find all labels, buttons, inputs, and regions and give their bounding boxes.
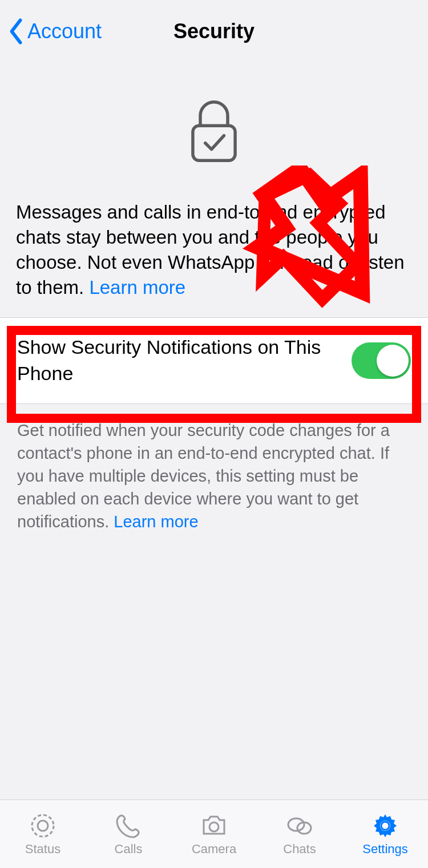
tab-chats[interactable]: Chats: [257, 800, 342, 868]
svg-point-4: [209, 822, 219, 831]
tab-bar: Status Calls Camera Chats Settings: [0, 800, 428, 868]
svg-point-2: [38, 821, 48, 831]
lock-checkmark-icon: [183, 97, 245, 165]
camera-icon: [199, 812, 229, 839]
security-description: Messages and calls in end-to-end encrypt…: [0, 188, 428, 317]
chats-icon: [284, 812, 315, 839]
show-security-notifications-toggle[interactable]: [352, 342, 411, 379]
tab-camera[interactable]: Camera: [171, 800, 257, 868]
tab-label: Settings: [362, 842, 408, 857]
tab-status[interactable]: Status: [0, 800, 86, 868]
toggle-knob: [377, 345, 409, 377]
navigation-bar: Account Security: [0, 0, 428, 63]
learn-more-link-bottom[interactable]: Learn more: [114, 512, 198, 531]
svg-point-5: [288, 818, 304, 831]
tab-label: Camera: [192, 842, 236, 857]
tab-label: Status: [25, 842, 60, 857]
back-button-label: Account: [27, 19, 102, 43]
security-description-body: Messages and calls in end-to-end encrypt…: [16, 201, 405, 298]
phone-icon: [113, 812, 144, 839]
tab-label: Calls: [115, 842, 143, 857]
tab-settings[interactable]: Settings: [342, 800, 428, 868]
tab-label: Chats: [283, 842, 316, 857]
gear-icon: [370, 812, 401, 839]
setting-footer-description: Get notified when your security code cha…: [0, 404, 428, 539]
learn-more-link-top[interactable]: Learn more: [89, 277, 185, 298]
svg-rect-0: [193, 126, 235, 160]
settings-group: Show Security Notifications on This Phon…: [0, 317, 428, 404]
svg-point-7: [381, 822, 389, 830]
show-security-notifications-row[interactable]: Show Security Notifications on This Phon…: [0, 318, 428, 403]
setting-footer-body: Get notified when your security code cha…: [17, 421, 390, 531]
show-security-notifications-label: Show Security Notifications on This Phon…: [17, 334, 352, 386]
status-icon: [27, 812, 58, 839]
tab-calls[interactable]: Calls: [86, 800, 171, 868]
page-title: Security: [173, 19, 255, 43]
svg-point-3: [32, 815, 54, 837]
lock-hero: [0, 63, 428, 188]
back-button[interactable]: Account: [8, 0, 102, 63]
chevron-left-icon: [8, 18, 24, 45]
